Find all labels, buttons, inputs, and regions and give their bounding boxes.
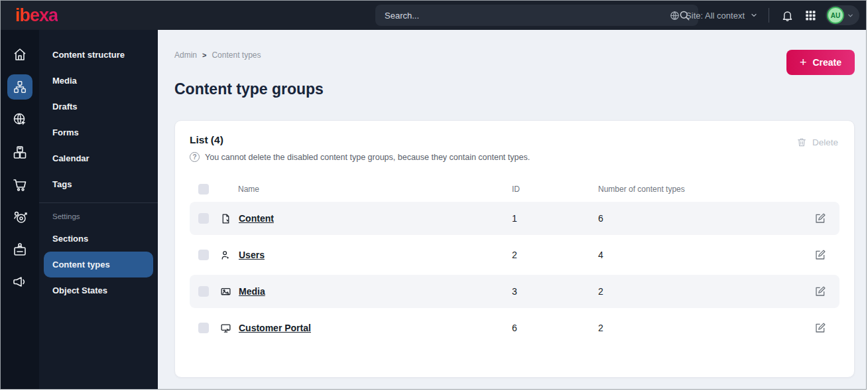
create-button-label: Create	[812, 57, 841, 68]
rail-commerce-cart-icon[interactable]	[7, 172, 32, 197]
help-text: You cannot delete the disabled content t…	[205, 153, 530, 162]
rail-personalization-icon[interactable]	[7, 204, 32, 230]
delete-button[interactable]: Delete	[796, 137, 838, 147]
group-id: 3	[512, 286, 598, 297]
breadcrumb-current: Content types	[212, 50, 261, 60]
rail-content-icon[interactable]	[7, 74, 32, 100]
sidebar-item-label: Forms	[52, 127, 79, 137]
sidebar-item-tags[interactable]: Tags	[39, 171, 158, 197]
table-row: Users 2 4	[190, 238, 839, 272]
column-header-id: ID	[512, 185, 598, 194]
delete-button-label: Delete	[812, 137, 838, 147]
sidebar-item-label: Content structure	[52, 50, 125, 60]
sidebar-item-calendar[interactable]: Calendar	[39, 145, 158, 171]
sidebar-item-label: Media	[52, 76, 77, 86]
main-content: Admin > Content types + Create Content t…	[158, 30, 866, 389]
sidebar-item-sections[interactable]: Sections	[39, 226, 158, 252]
column-header-count: Number of content types	[598, 185, 813, 194]
sidebar-section-settings-label: Settings	[39, 210, 158, 223]
monitor-icon	[220, 323, 231, 334]
group-count: 2	[598, 286, 813, 297]
icon-rail	[1, 30, 39, 389]
plus-icon: +	[800, 56, 807, 68]
table-row: Content 1 6	[190, 202, 839, 235]
image-icon	[220, 286, 231, 297]
site-context-selector[interactable]: Site: All context	[669, 10, 758, 21]
table-row: Media 3 2	[190, 275, 839, 308]
rail-site-icon[interactable]	[7, 107, 32, 132]
sidebar: Content structure Media Drafts Forms Cal…	[39, 30, 158, 389]
user-menu[interactable]: AU	[826, 5, 859, 25]
content-type-groups-table: Name ID Number of content types Content	[190, 177, 839, 345]
group-link[interactable]: Content	[239, 213, 274, 224]
sidebar-item-drafts[interactable]: Drafts	[39, 94, 158, 119]
row-checkbox[interactable]	[198, 323, 209, 333]
sidebar-item-label: Drafts	[52, 102, 78, 112]
select-all-checkbox[interactable]	[198, 184, 209, 195]
rail-announcements-megaphone-icon[interactable]	[7, 270, 32, 295]
sidebar-item-content-structure[interactable]: Content structure	[39, 42, 158, 68]
app-window: ibexa Site: All context	[0, 0, 867, 390]
page-title: Content type groups	[174, 80, 324, 98]
table-row: Customer Portal 6 2	[190, 311, 839, 345]
breadcrumb: Admin > Content types	[174, 50, 261, 60]
sidebar-item-content-types[interactable]: Content types	[44, 252, 153, 277]
content-type-groups-card: List (4) ? You cannot delete the disable…	[174, 120, 855, 378]
help-row: ? You cannot delete the disabled content…	[190, 152, 839, 162]
user-icon	[220, 250, 231, 261]
row-checkbox[interactable]	[198, 286, 209, 297]
row-checkbox[interactable]	[198, 250, 209, 260]
group-link[interactable]: Media	[239, 286, 265, 297]
breadcrumb-admin[interactable]: Admin	[174, 50, 197, 60]
site-context-label: Site: All context	[686, 11, 745, 21]
group-count: 4	[598, 250, 813, 260]
sidebar-item-label: Sections	[52, 234, 88, 244]
ibexa-logo: ibexa	[15, 7, 58, 25]
question-mark-icon: ?	[190, 152, 200, 162]
breadcrumb-separator: >	[202, 51, 206, 59]
edit-icon[interactable]	[813, 211, 839, 226]
row-checkbox[interactable]	[198, 213, 209, 224]
group-count: 2	[598, 323, 813, 333]
global-search[interactable]	[375, 5, 698, 26]
group-id: 1	[512, 213, 598, 224]
sidebar-item-label: Calendar	[52, 153, 90, 163]
edit-icon[interactable]	[813, 284, 839, 299]
app-switcher-grid-icon[interactable]	[803, 8, 818, 23]
column-header-name: Name	[220, 185, 512, 194]
sidebar-divider	[39, 202, 158, 203]
group-link[interactable]: Customer Portal	[239, 323, 311, 333]
notifications-bell-icon[interactable]	[780, 8, 795, 23]
group-id: 6	[512, 323, 598, 333]
create-button[interactable]: + Create	[786, 50, 855, 75]
sidebar-item-forms[interactable]: Forms	[39, 119, 158, 145]
topbar-controls: Site: All context AU	[669, 1, 859, 30]
search-input[interactable]	[375, 11, 678, 21]
group-id: 2	[512, 250, 598, 260]
topbar-divider	[769, 8, 769, 23]
table-header: Name ID Number of content types	[190, 177, 839, 202]
trash-icon	[796, 137, 807, 147]
group-count: 6	[598, 213, 813, 224]
sidebar-item-object-states[interactable]: Object States	[39, 277, 158, 303]
group-link[interactable]: Users	[239, 250, 265, 260]
sidebar-item-label: Tags	[52, 179, 72, 189]
chevron-down-icon	[847, 12, 854, 19]
sidebar-item-label: Object States	[52, 285, 107, 295]
edit-icon[interactable]	[813, 321, 839, 335]
rail-home-icon[interactable]	[7, 42, 32, 67]
edit-icon[interactable]	[813, 248, 839, 262]
globe-icon	[669, 10, 680, 21]
rail-product-catalog-icon[interactable]	[7, 139, 32, 165]
sidebar-item-label: Content types	[52, 260, 110, 270]
chevron-down-icon	[750, 11, 758, 19]
file-icon	[220, 213, 231, 224]
topbar: ibexa Site: All context	[1, 1, 866, 30]
sidebar-item-media[interactable]: Media	[39, 68, 158, 94]
list-title: List (4)	[190, 134, 839, 146]
avatar: AU	[827, 7, 844, 24]
rail-admin-badge-icon[interactable]	[7, 237, 32, 262]
